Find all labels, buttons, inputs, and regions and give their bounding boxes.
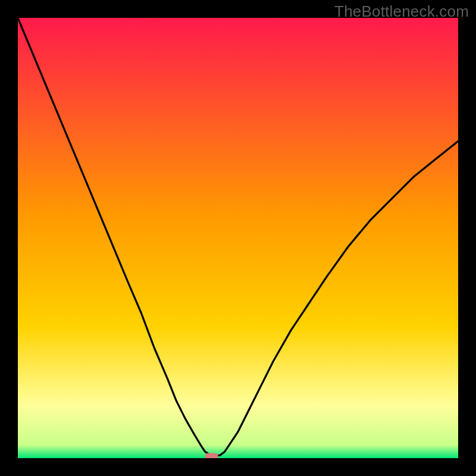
gradient-background — [18, 18, 458, 458]
chart-frame: TheBottleneck.com — [0, 0, 476, 476]
optimal-point-marker — [205, 453, 218, 458]
plot-area — [18, 18, 458, 458]
chart-svg — [18, 18, 458, 458]
